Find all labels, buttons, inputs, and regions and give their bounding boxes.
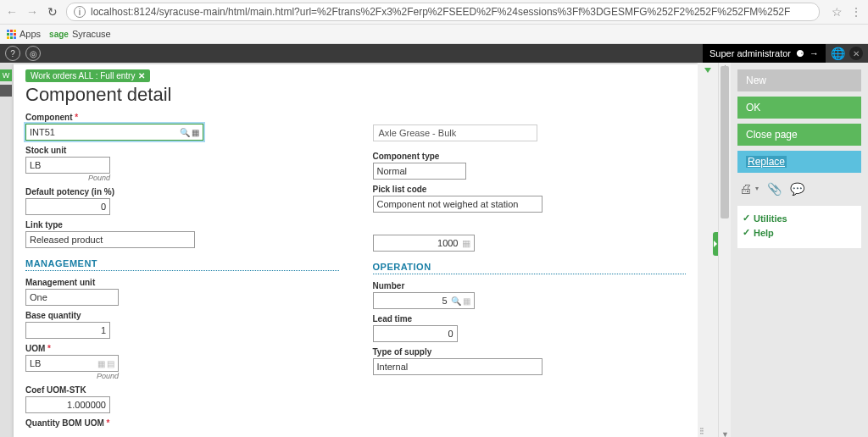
number-input[interactable]: 5 🔍 ▦ (373, 292, 475, 309)
scroll-thumb[interactable] (721, 66, 729, 218)
pick-input[interactable]: Component not weighed at station (373, 196, 542, 213)
target-icon[interactable]: ◎ (25, 46, 41, 61)
number-search-icon[interactable]: 🔍 (451, 296, 461, 306)
background-tab[interactable]: W (0, 69, 12, 81)
replace-button[interactable]: Replace (737, 151, 861, 173)
scrollbar[interactable]: ▲ ▼ (718, 63, 731, 437)
uom-hint: Pound (25, 372, 119, 380)
user-box[interactable]: Super administrator ⚈ → (703, 44, 826, 63)
right-column: Axle Grease - Bulk Component type Normal… (373, 113, 687, 433)
apps-icon (7, 30, 16, 39)
supply-input[interactable]: Internal (373, 358, 542, 375)
user-avatar-icon: ⚈ (796, 48, 804, 59)
uom-detail-icon[interactable]: ▦ (97, 359, 105, 368)
user-name: Super administrator (709, 48, 791, 58)
bookmark-syracuse[interactable]: sage Syracuse (49, 29, 111, 39)
lead-label: Lead time (373, 314, 687, 324)
bookmark-label: Syracuse (72, 29, 111, 39)
app-topbar: ? ◎ Super administrator ⚈ → 🌐 ✕ (0, 44, 868, 63)
lead-input[interactable]: 0 (373, 325, 458, 342)
browser-menu-icon[interactable]: ⋮ (849, 5, 863, 19)
uom-list-icon[interactable]: ▤ (107, 359, 114, 368)
pick-label: Pick list code (373, 185, 687, 194)
potency-input[interactable]: 0 (25, 198, 110, 215)
collapse-top-icon[interactable] (704, 68, 711, 73)
coef-input[interactable]: 1.000000 (25, 396, 110, 413)
comp-type-label: Component type (373, 152, 687, 161)
stock-unit-input[interactable]: LB (25, 157, 110, 174)
comment-icon[interactable]: 💬 (790, 182, 804, 196)
action-sidebar: New OK Close page Replace 🖨▾ 📎 💬 ✓Utilit… (731, 63, 868, 437)
stock-unit-hint: Pound (25, 174, 110, 182)
base-qty-input[interactable]: 1 (25, 322, 110, 339)
url-bar[interactable]: i localhost:8124/syracuse-main/html/main… (66, 3, 820, 21)
detail-icon[interactable]: ▦ (192, 128, 199, 137)
bookmarks-bar: Apps sage Syracuse (0, 25, 868, 44)
apps-label: Apps (19, 29, 41, 39)
utilities-link[interactable]: ✓Utilities (743, 213, 856, 224)
detail-panel: Work orders ALL : Full entry ✕ Component… (14, 64, 698, 437)
component-label: Component (25, 113, 339, 122)
coef-label: Coef UOM-STK (25, 385, 339, 395)
left-column: Component INT51 🔍 ▦ Stock unit LB (25, 113, 339, 433)
background-panel: W (0, 63, 14, 437)
management-header: MANAGEMENT (25, 253, 339, 271)
help-icon[interactable]: ? (5, 46, 20, 61)
bookmark-star-icon[interactable]: ☆ (832, 5, 843, 19)
print-icon[interactable]: 🖨 (739, 181, 752, 196)
gutter-dots-icon: ⁝⁝ (699, 425, 703, 437)
url-text: localhost:8124/syracuse-main/html/main.h… (91, 6, 790, 18)
new-button[interactable]: New (737, 69, 861, 91)
component-value: INT51 (30, 127, 55, 137)
browser-toolbar: ← → ↻ i localhost:8124/syracuse-main/htm… (0, 0, 868, 25)
component-description: Axle Grease - Bulk (373, 124, 537, 141)
uom-input[interactable]: LB ▦ ▤ (25, 355, 119, 372)
qty-bom-label: Quantity BOM UOM (25, 418, 339, 428)
site-info-icon[interactable]: i (74, 6, 86, 18)
uom-label: UOM (25, 344, 339, 353)
link-type-input[interactable]: Released product (25, 231, 195, 248)
supply-label: Type of supply (373, 347, 687, 357)
reload-button[interactable]: ↻ (46, 5, 59, 19)
component-input[interactable]: INT51 🔍 ▦ (25, 124, 203, 141)
operation-header: OPERATION (373, 257, 687, 274)
panel-gutter: ⁝⁝ (698, 63, 718, 437)
breadcrumb-tag[interactable]: Work orders ALL : Full entry ✕ (25, 69, 150, 82)
print-dropdown-icon[interactable]: ▾ (755, 185, 759, 192)
number-detail-icon[interactable]: ▦ (463, 296, 470, 306)
link-type-label: Link type (25, 220, 339, 230)
sidebar-links: ✓Utilities ✓Help (737, 206, 861, 248)
mgmt-unit-label: Management unit (25, 278, 339, 287)
forward-button[interactable]: → (25, 5, 39, 19)
comp-type-input[interactable]: Normal (373, 163, 466, 180)
check-icon: ✓ (743, 227, 750, 238)
sidebar-tool-icons: 🖨▾ 📎 💬 (737, 178, 861, 199)
base-qty-label: Base quantity (25, 311, 339, 320)
attachment-icon[interactable]: 📎 (767, 182, 782, 196)
page-title: Component detail (25, 84, 686, 106)
search-icon[interactable]: 🔍 (180, 128, 190, 137)
qty-detail-icon[interactable]: ▦ (462, 238, 470, 249)
background-chip (0, 85, 12, 97)
close-page-button[interactable]: Close page (737, 124, 861, 146)
check-icon: ✓ (743, 213, 750, 224)
apps-shortcut[interactable]: Apps (7, 29, 41, 39)
ok-button[interactable]: OK (737, 97, 861, 119)
stock-unit-label: Stock unit (25, 146, 339, 155)
close-icon[interactable]: ✕ (849, 47, 863, 60)
main-area: W Work orders ALL : Full entry ✕ Compone… (0, 63, 868, 437)
pick-qty-input[interactable]: 1000 ▦ (373, 235, 475, 252)
potency-label: Default potency (in %) (25, 187, 339, 196)
globe-icon[interactable]: 🌐 (831, 47, 844, 60)
breadcrumb-label: Work orders ALL : Full entry (31, 71, 135, 80)
number-label: Number (373, 281, 687, 290)
mgmt-unit-input[interactable]: One (25, 289, 119, 306)
back-button[interactable]: ← (5, 5, 19, 19)
help-link[interactable]: ✓Help (743, 227, 856, 238)
sage-logo-text: sage (49, 30, 69, 39)
breadcrumb-close-icon[interactable]: ✕ (138, 71, 145, 80)
logout-icon[interactable]: → (810, 48, 819, 58)
scroll-down-icon[interactable]: ▼ (721, 430, 729, 437)
